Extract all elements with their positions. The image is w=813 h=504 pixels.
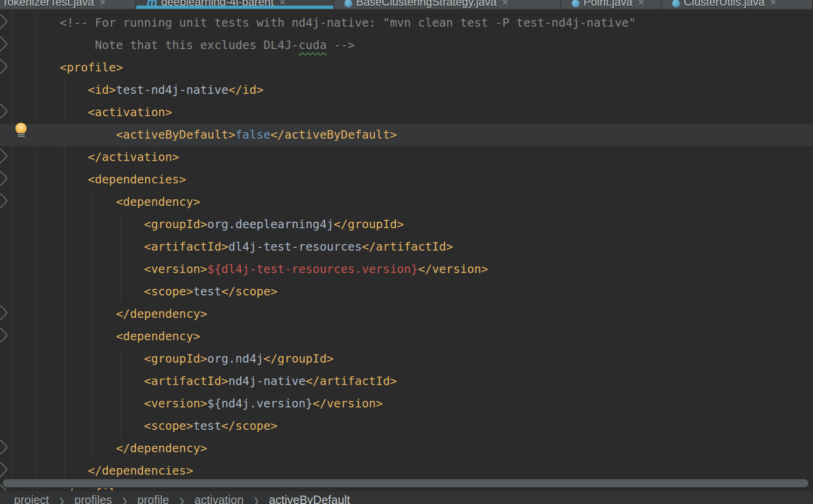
code-token: </dependency>: [60, 307, 207, 321]
code-token: test: [193, 285, 221, 298]
code-line[interactable]: <dependency>: [0, 191, 813, 213]
tab-label: ClusterUtils.java: [684, 0, 764, 8]
gutter-marker-icon[interactable]: [0, 103, 7, 120]
code-token: <dependency>: [60, 329, 200, 343]
gutter-marker-icon[interactable]: [0, 13, 7, 30]
breadcrumb-item-activation[interactable]: activation: [194, 493, 244, 504]
chevron-right-icon: ❯: [253, 496, 259, 504]
code-line[interactable]: <profile>: [0, 56, 813, 79]
code-editor[interactable]: <!-- For running unit tests with nd4j-na…: [0, 9, 813, 490]
gutter-marker-icon[interactable]: [0, 304, 7, 322]
tab-tokenizertest-java[interactable]: TokenizerTest.java×: [0, 0, 136, 9]
code-line[interactable]: <version>${dl4j-test-resources.version}<…: [0, 258, 813, 280]
breadcrumb-item-activebydefault[interactable]: activeByDefault: [269, 493, 350, 504]
code-token: </dependency>: [60, 441, 207, 455]
code-line[interactable]: </activation>: [0, 146, 813, 168]
code-token: <profile>: [60, 61, 123, 74]
gutter-marker-icon[interactable]: [0, 439, 7, 456]
code-line[interactable]: <scope>test</scope>: [0, 415, 813, 437]
gutter-marker-icon[interactable]: [0, 147, 7, 165]
code-line[interactable]: <activeByDefault>false</activeByDefault>: [0, 124, 813, 146]
tab-point-java[interactable]: Point.java×: [561, 0, 662, 9]
gutter-marker-icon[interactable]: [0, 192, 7, 210]
code-token: ${nd4j.version}: [207, 397, 313, 410]
close-icon[interactable]: ×: [99, 0, 105, 8]
java-class-icon: [572, 0, 580, 7]
gutter-marker-icon[interactable]: [0, 461, 7, 478]
tab-label: TokenizerTest.java: [2, 0, 94, 8]
code-line[interactable]: <dependencies>: [0, 168, 813, 191]
gutter-marker-column: [0, 10, 7, 490]
bulb-head: [15, 123, 27, 134]
gutter-marker-icon[interactable]: [0, 35, 7, 53]
breadcrumb-item-profiles[interactable]: profiles: [74, 493, 112, 504]
code-line[interactable]: </dependency>: [0, 303, 813, 325]
code-line[interactable]: </dependency>: [0, 437, 813, 460]
code-token: ${dl4j-test-resources.version}: [207, 262, 418, 276]
code-token: <activation>: [60, 105, 172, 119]
code-token: <version>: [60, 397, 207, 410]
close-icon[interactable]: ×: [502, 0, 508, 8]
code-token: <scope>: [60, 285, 193, 298]
code-token: <activeByDefault>: [60, 128, 235, 141]
code-token: test: [193, 419, 221, 433]
code-token: <id>: [60, 83, 116, 97]
code-token: </version>: [418, 262, 489, 276]
code-token: <groupId>: [60, 352, 207, 365]
tab-baseclusteringstrategy-java[interactable]: BaseClusteringStrategy.java×: [334, 0, 561, 9]
code-token: <dependency>: [60, 195, 200, 209]
code-token: <dependencies>: [60, 173, 186, 186]
code-line[interactable]: </dependencies>: [0, 460, 813, 482]
intention-bulb-icon[interactable]: [15, 123, 27, 140]
gutter-marker-icon[interactable]: [0, 327, 7, 344]
code-token: </scope>: [221, 419, 277, 433]
typo-squiggle-text: cuda: [299, 38, 327, 52]
code-line[interactable]: <artifactId>nd4j-native</artifactId>: [0, 370, 813, 392]
code-line[interactable]: <groupId>org.deeplearning4j</groupId>: [0, 213, 813, 236]
code-line[interactable]: <groupId>org.nd4j</groupId>: [0, 348, 813, 370]
code-token: </groupId>: [264, 352, 334, 365]
breadcrumb-item-project[interactable]: project: [14, 493, 49, 504]
code-line[interactable]: <dependency>: [0, 325, 813, 348]
chevron-right-icon: ❯: [121, 496, 128, 504]
code-line[interactable]: <id>test-nd4j-native</id>: [0, 79, 813, 101]
active-tab-underline: [136, 6, 333, 9]
bulb-base: [18, 133, 25, 138]
code-token: <version>: [60, 262, 207, 276]
tab-deeplearning-4j-parent[interactable]: mdeeplearning-4j-parent×: [136, 0, 334, 9]
code-token: </version>: [313, 397, 383, 410]
code-line[interactable]: <scope>test</scope>: [0, 280, 813, 303]
code-area[interactable]: <!-- For running unit tests with nd4j-na…: [0, 12, 813, 490]
horizontal-scrollbar-thumb[interactable]: [3, 479, 808, 487]
code-token: false: [235, 128, 270, 141]
code-token: <!-- For running unit tests with nd4j-na…: [60, 16, 636, 29]
close-icon[interactable]: ×: [770, 0, 776, 8]
code-line[interactable]: <version>${nd4j.version}</version>: [0, 392, 813, 415]
tab-label: Point.java: [583, 0, 632, 8]
code-token: <artifactId>: [60, 240, 228, 253]
code-token: <groupId>: [60, 217, 207, 231]
code-line[interactable]: <!-- For running unit tests with nd4j-na…: [0, 12, 813, 34]
breadcrumb-item-profile[interactable]: profile: [137, 493, 169, 504]
code-line[interactable]: Note that this excludes DL4J-cuda -->: [0, 34, 813, 56]
java-class-icon: [344, 0, 352, 7]
code-token: <scope>: [60, 419, 193, 433]
gutter-marker-icon[interactable]: [0, 58, 7, 75]
code-token: </groupId>: [334, 217, 404, 231]
breadcrumb-bar: project❯profiles❯profile❯activation❯acti…: [0, 490, 813, 504]
code-token: </activeByDefault>: [271, 128, 397, 141]
chevron-right-icon: ❯: [178, 496, 185, 504]
gutter-marker-icon[interactable]: [0, 170, 7, 187]
code-token: </scope>: [221, 285, 277, 298]
code-line[interactable]: <artifactId>dl4j-test-resources</artifac…: [0, 236, 813, 258]
code-token: dl4j-test-resources: [228, 240, 362, 253]
close-icon[interactable]: ×: [638, 0, 644, 8]
code-token: </activation>: [60, 150, 179, 164]
code-token: </dependencies>: [60, 464, 193, 477]
editor-tab-bar: TokenizerTest.java×mdeeplearning-4j-pare…: [0, 0, 813, 9]
code-token: nd4j-native: [228, 374, 306, 388]
code-token: </id>: [228, 83, 263, 97]
code-token: org.nd4j: [207, 352, 263, 365]
tab-clusterutils-java[interactable]: ClusterUtils.java×: [662, 0, 813, 9]
code-line[interactable]: <activation>: [0, 101, 813, 124]
